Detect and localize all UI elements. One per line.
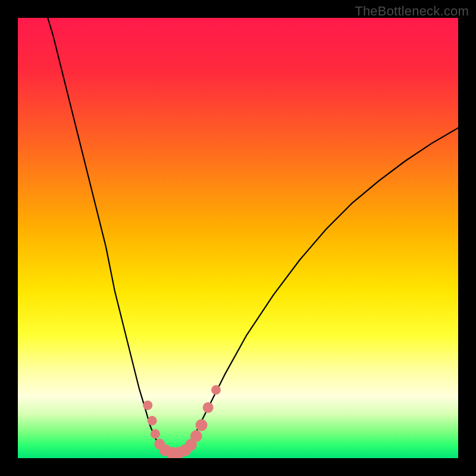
- chart-svg: [18, 18, 458, 458]
- pink-dot: [148, 416, 157, 425]
- pink-dot: [143, 400, 152, 410]
- gradient-background: [18, 18, 458, 458]
- plot-area: [18, 18, 458, 458]
- pink-dot: [196, 419, 208, 431]
- pink-dot: [211, 385, 221, 394]
- chart-frame: TheBottleneck.com: [0, 0, 476, 476]
- watermark-text: TheBottleneck.com: [355, 4, 469, 19]
- pink-dot: [190, 430, 202, 442]
- pink-dot: [203, 402, 214, 413]
- pink-dot: [151, 429, 160, 439]
